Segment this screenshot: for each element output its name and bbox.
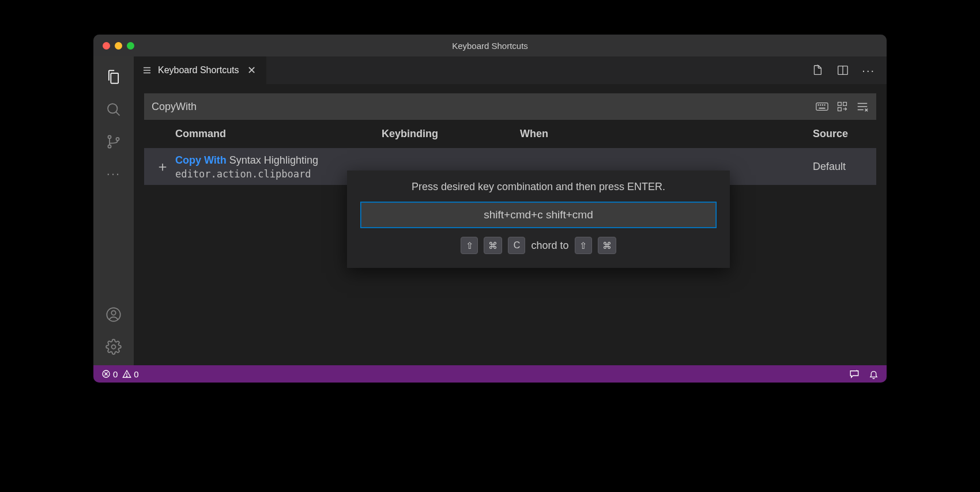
command-title-rest: Syntax Highlighting — [227, 154, 318, 166]
status-errors[interactable]: 0 — [101, 369, 118, 379]
close-tab-icon[interactable]: ✕ — [245, 64, 258, 77]
svg-line-1 — [116, 112, 119, 115]
svg-point-7 — [112, 345, 116, 349]
svg-point-4 — [116, 138, 119, 141]
dialog-instruction: Press desired key combination and then p… — [412, 181, 665, 193]
close-window-button[interactable] — [103, 42, 110, 50]
column-header-when[interactable]: When — [520, 128, 813, 140]
keybindings-search-input[interactable] — [152, 101, 816, 113]
more-actions-icon[interactable]: ··· — [862, 64, 875, 77]
clear-search-icon[interactable] — [856, 101, 869, 112]
keycap-cmd-icon: ⌘ — [598, 237, 616, 254]
source-control-icon[interactable] — [100, 128, 127, 156]
error-count: 0 — [113, 369, 118, 379]
editor-actions: ··· — [811, 56, 887, 84]
svg-point-17 — [824, 105, 825, 105]
warning-icon — [122, 369, 131, 379]
keybindings-search-bar — [144, 93, 876, 120]
keycap-shift-icon: ⇧ — [461, 237, 478, 254]
tab-keyboard-shortcuts[interactable]: Keyboard Shortcuts ✕ — [134, 56, 267, 84]
keybindings-table-header: Command Keybinding When Source — [144, 120, 876, 148]
accounts-icon[interactable] — [100, 301, 127, 328]
tab-bar: Keyboard Shortcuts ✕ ··· — [134, 56, 887, 84]
split-editor-icon[interactable] — [836, 64, 849, 77]
svg-rect-21 — [838, 108, 842, 111]
command-title: Copy With Syntax Highlighting — [175, 153, 382, 168]
column-header-command[interactable]: Command — [175, 128, 382, 140]
command-title-match: Copy With — [175, 154, 227, 166]
svg-rect-13 — [816, 103, 828, 111]
status-feedback-icon[interactable] — [849, 369, 860, 379]
svg-rect-18 — [819, 108, 826, 109]
error-icon — [101, 369, 111, 379]
keycap-c: C — [508, 237, 525, 254]
maximize-window-button[interactable] — [127, 42, 134, 50]
minimize-window-button[interactable] — [115, 42, 122, 50]
svg-point-3 — [108, 145, 111, 148]
svg-rect-19 — [838, 103, 842, 106]
svg-point-14 — [818, 105, 819, 105]
sort-by-precedence-icon[interactable] — [836, 101, 848, 112]
status-bell-icon[interactable] — [869, 369, 879, 379]
add-keybinding-icon[interactable]: ＋ — [150, 157, 175, 176]
keyboard-shortcuts-editor: Command Keybinding When Source ＋ Copy Wi… — [134, 84, 887, 365]
window-body: ··· Keyboard Shortcuts ✕ — [93, 56, 887, 365]
search-icon[interactable] — [100, 96, 127, 123]
chord-display: ⇧ ⌘ C chord to ⇧ ⌘ — [461, 237, 616, 254]
svg-point-16 — [822, 105, 823, 105]
column-header-keybinding[interactable]: Keybinding — [382, 128, 520, 140]
explorer-icon[interactable] — [100, 63, 127, 91]
chord-label: chord to — [531, 240, 568, 252]
warning-count: 0 — [134, 369, 138, 379]
vscode-window: Keyboard Shortcuts ··· — [93, 35, 887, 383]
settings-gear-icon[interactable] — [100, 333, 127, 361]
row-source-cell: Default — [813, 161, 876, 173]
svg-point-0 — [108, 104, 117, 113]
keybinding-input[interactable] — [361, 202, 716, 228]
traffic-lights — [93, 42, 134, 50]
svg-point-6 — [111, 311, 115, 315]
keycap-cmd-icon: ⌘ — [484, 237, 502, 254]
titlebar[interactable]: Keyboard Shortcuts — [93, 35, 887, 56]
svg-point-15 — [820, 105, 821, 105]
svg-point-2 — [108, 135, 111, 138]
keycap-shift-icon: ⇧ — [575, 237, 592, 254]
list-icon — [142, 65, 152, 75]
window-title: Keyboard Shortcuts — [452, 41, 528, 51]
column-header-source[interactable]: Source — [813, 128, 876, 140]
status-bar: 0 0 — [93, 365, 887, 383]
record-keys-icon[interactable] — [816, 101, 828, 112]
define-keybinding-dialog: Press desired key combination and then p… — [347, 171, 730, 268]
tab-label: Keyboard Shortcuts — [158, 65, 239, 75]
more-views-icon[interactable]: ··· — [100, 160, 127, 188]
open-keybindings-json-icon[interactable] — [811, 64, 824, 77]
status-warnings[interactable]: 0 — [122, 369, 138, 379]
svg-rect-20 — [843, 103, 847, 106]
activity-bar: ··· — [93, 56, 134, 365]
editor-area: Keyboard Shortcuts ✕ ··· — [134, 56, 887, 365]
svg-point-31 — [127, 376, 127, 376]
